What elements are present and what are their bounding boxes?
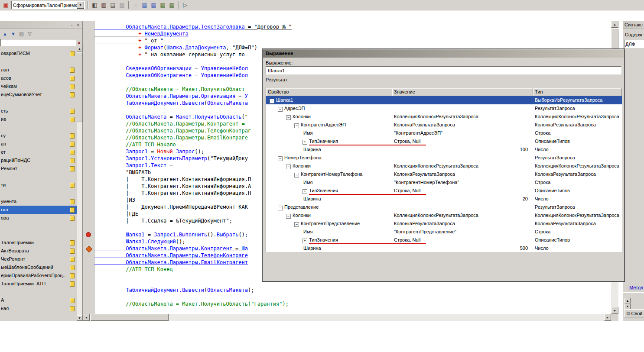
list-item[interactable]: ие bbox=[0, 115, 77, 123]
scroll-up-icon[interactable]: ▲ bbox=[624, 298, 631, 304]
collapse-icon[interactable]: − bbox=[278, 107, 283, 112]
method-link[interactable]: Метод bbox=[629, 285, 643, 290]
close-icon[interactable]: × bbox=[75, 23, 81, 28]
result-tree-row[interactable]: −КонтрагентАдресЭПКолонкаРезультатаЗапро… bbox=[266, 121, 622, 129]
list-item[interactable]: АктВозврата bbox=[0, 247, 77, 255]
list-item[interactable] bbox=[0, 230, 77, 239]
scroll-down-icon[interactable]: ▼ bbox=[624, 304, 631, 309]
dialog-title[interactable]: Выражение bbox=[263, 49, 624, 58]
preview-icon[interactable]: ▧ bbox=[118, 1, 126, 9]
result-tree-row[interactable]: −ПредставлениеРезультатЗапроса bbox=[266, 203, 622, 211]
expand-icon[interactable]: + bbox=[302, 239, 307, 243]
result-tree-row[interactable]: Имя"КонтрагентНомерТелефона"Строка bbox=[266, 178, 622, 187]
result-tree-row[interactable]: Имя"КонтрагентПредставление"Строка bbox=[266, 228, 622, 236]
list-item[interactable]: ицеСуммовойУчет bbox=[0, 90, 77, 99]
procedure-combo[interactable]: СформироватьТалонПриемки▾ bbox=[11, 1, 85, 9]
list-item[interactable]: ыеШаблонаСообщений bbox=[0, 263, 77, 271]
result-tree-row[interactable]: −КонтрагентНомерТелефонаКолонкаРезультат… bbox=[266, 170, 622, 178]
result-tree-row[interactable]: −КолонкиКоллекцияКолонокРезультатаЗапрос… bbox=[266, 162, 622, 170]
result-tree-row[interactable]: Имя"КонтрагентАдресЭП"Строка bbox=[266, 129, 622, 137]
list-item[interactable]: ти bbox=[0, 181, 77, 189]
list-item[interactable]: су bbox=[0, 132, 77, 140]
list-item[interactable]: чейкам bbox=[0, 82, 77, 90]
editor-horizontal-scrollbar[interactable]: ◄ ► bbox=[83, 314, 611, 321]
collapse-icon[interactable]: − bbox=[294, 123, 299, 128]
list-item[interactable] bbox=[0, 99, 77, 107]
module-procedures-icon[interactable]: ▣ bbox=[2, 1, 10, 9]
collapse-icon[interactable]: − bbox=[294, 222, 299, 227]
expand-icon[interactable]: + bbox=[302, 189, 307, 194]
scroll-left-icon[interactable]: ◄ bbox=[83, 314, 90, 321]
layout-grid-icon[interactable]: ▦ bbox=[140, 1, 149, 9]
list-item[interactable] bbox=[0, 58, 77, 66]
collapse-icon[interactable]: − bbox=[286, 165, 291, 169]
align-icon[interactable]: ≡ bbox=[131, 1, 140, 9]
list-item[interactable] bbox=[0, 288, 77, 296]
list-item[interactable]: ерииПравилаРабочегоПроц... bbox=[0, 271, 77, 280]
list-item[interactable]: асов bbox=[0, 74, 77, 82]
code-line[interactable]: ТабличныйДокумент.Вывести(ОбластьМакета)… bbox=[94, 287, 611, 294]
filter-icon[interactable]: ▽ bbox=[26, 30, 33, 38]
result-tree-row[interactable]: −КонтрагентПредставлениеКолонкаРезультат… bbox=[266, 220, 622, 228]
result-tree-row[interactable]: +ТипЗначенияСтрока, NullОписаниеТипов bbox=[266, 236, 622, 244]
code-line[interactable]: + НомерДокумента bbox=[94, 30, 611, 37]
list-item[interactable]: ная bbox=[0, 304, 77, 313]
pin-icon[interactable]: ▫ bbox=[69, 23, 75, 28]
table2-icon[interactable]: ▦ bbox=[168, 1, 176, 9]
expand-icon[interactable]: + bbox=[302, 140, 307, 145]
collapse-icon[interactable]: − bbox=[286, 214, 291, 219]
code-line[interactable]: ОбластьМакета.Параметры.ТекстЗаголовка =… bbox=[94, 23, 611, 30]
print-icon[interactable]: ▤ bbox=[109, 1, 117, 9]
properties-tab[interactable]: ▤ Свой bbox=[624, 309, 644, 317]
editor-gutter[interactable] bbox=[83, 21, 94, 314]
scroll-up-icon[interactable]: ▲ bbox=[77, 46, 82, 52]
list-item[interactable]: оваровГИСМ bbox=[0, 49, 77, 58]
collapse-icon[interactable]: − bbox=[286, 115, 291, 120]
result-tree-row[interactable]: −АдресЭПРезультатЗапроса bbox=[266, 104, 622, 113]
list-item[interactable] bbox=[0, 123, 77, 132]
result-tree-row[interactable]: Ширина500Число bbox=[266, 244, 622, 252]
list-item[interactable]: Ремонт bbox=[0, 165, 77, 173]
result-tree-row[interactable]: Ширина100Число bbox=[266, 145, 622, 154]
move-up-icon[interactable]: ▲ bbox=[1, 30, 9, 37]
collapse-icon[interactable]: − bbox=[278, 156, 283, 161]
copy-icon[interactable]: ◧ bbox=[91, 1, 99, 9]
scroll-thumb[interactable] bbox=[91, 314, 169, 321]
move-down-icon[interactable]: ▼ bbox=[10, 30, 17, 37]
result-tree-row[interactable]: −НомерТелефонаРезультатЗапроса bbox=[266, 154, 622, 162]
code-line[interactable]: + " от " bbox=[94, 37, 611, 44]
procedures-scrollbar[interactable]: ▲ ▼ bbox=[77, 46, 82, 321]
list-item[interactable]: сть bbox=[0, 107, 77, 115]
code-line[interactable] bbox=[94, 294, 611, 300]
scroll-right-icon[interactable]: ► bbox=[604, 314, 611, 321]
scroll-up-icon[interactable]: ▲ bbox=[611, 21, 618, 28]
scroll-thumb[interactable] bbox=[77, 53, 82, 122]
result-tree-row[interactable]: −КолонкиКоллекцияКолонокРезультатаЗапрос… bbox=[266, 113, 622, 121]
syntax-helper-contents-label[interactable]: Содерж bbox=[625, 32, 642, 37]
column-header-type[interactable]: Тип bbox=[533, 88, 622, 96]
list-item[interactable]: А bbox=[0, 296, 77, 304]
code-line[interactable]: //ОбластьМакета = Макет.ПолучитьОбласть(… bbox=[94, 300, 611, 307]
list-item[interactable]: ЧекРемонт bbox=[0, 255, 77, 263]
result-tree-row[interactable]: +ТипЗначенияСтрока, NullОписаниеТипов bbox=[266, 187, 622, 195]
list-item[interactable]: ТалонПриемки_АТП bbox=[0, 280, 77, 288]
column-header-value[interactable]: Значение bbox=[392, 88, 533, 96]
save-block-icon[interactable]: ▥ bbox=[100, 1, 108, 9]
list-item[interactable]: ан bbox=[0, 140, 77, 148]
list-item[interactable] bbox=[0, 222, 77, 230]
procedures-list-icon[interactable]: ▤ bbox=[18, 30, 25, 38]
scroll-down-icon[interactable]: ▼ bbox=[77, 315, 82, 321]
list-item[interactable]: умента bbox=[0, 197, 77, 206]
syntax-helper-search-input[interactable] bbox=[624, 40, 644, 48]
list-item[interactable]: рацийПоНДС bbox=[0, 156, 77, 165]
result-tree-row[interactable]: +ТипЗначенияСтрока, NullОписаниеТипов bbox=[266, 137, 622, 145]
list-item[interactable] bbox=[0, 173, 77, 181]
list-item[interactable]: ска bbox=[0, 206, 77, 214]
collapse-icon[interactable]: − bbox=[294, 173, 299, 178]
collapse-icon[interactable]: − bbox=[278, 206, 283, 210]
scroll-down-icon[interactable]: ▼ bbox=[611, 307, 618, 314]
table-icon[interactable]: ▦ bbox=[159, 1, 167, 9]
list-item[interactable]: ора bbox=[0, 214, 77, 222]
result-tree-row[interactable]: −Шапка1ВыборкаИзРезультатаЗапроса bbox=[266, 96, 622, 104]
expression-input[interactable] bbox=[266, 66, 621, 74]
